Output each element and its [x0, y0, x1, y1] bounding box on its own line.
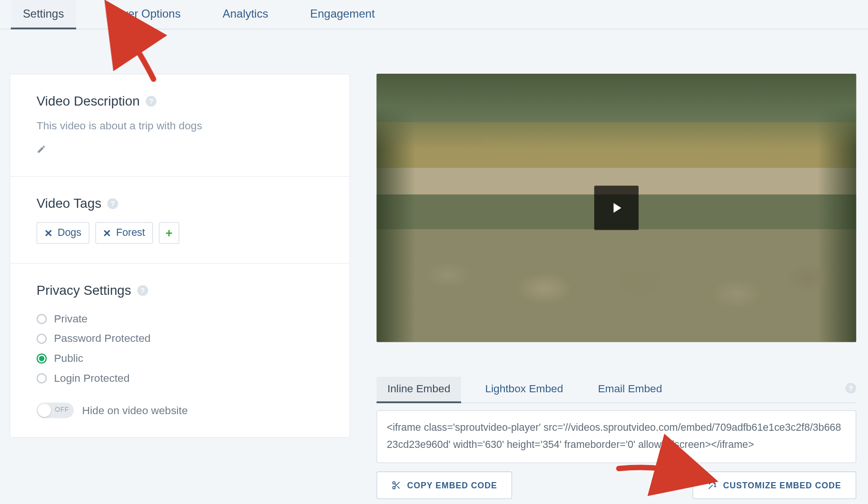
button-label: COPY EMBED CODE [407, 480, 497, 490]
preview-panel: Inline Embed Lightbox Embed Email Embed … [376, 74, 858, 499]
video-description-text: This video is about a trip with dogs [37, 120, 323, 132]
help-icon[interactable]: ? [108, 198, 118, 209]
radio-label: Public [54, 352, 83, 365]
radio-icon [37, 373, 47, 383]
radio-icon [37, 353, 47, 363]
tag-label: Forest [116, 227, 145, 239]
button-label: CUSTOMIZE EMBED CODE [723, 480, 841, 490]
embed-tab-lightbox[interactable]: Lightbox Embed [474, 377, 574, 403]
video-tags-section: Video Tags ? ✕ Dogs ✕ Forest + [10, 177, 349, 264]
hide-video-toggle[interactable]: OFF [37, 403, 74, 418]
tab-analytics[interactable]: Analytics [211, 0, 280, 29]
tag-forest[interactable]: ✕ Forest [95, 222, 153, 243]
privacy-settings-section: Privacy Settings ? Private Password Prot… [10, 263, 349, 437]
tab-player-options[interactable]: Player Options [94, 0, 192, 29]
radio-label: Login Protected [54, 372, 129, 384]
tab-settings[interactable]: Settings [11, 0, 76, 29]
magic-wand-icon [708, 480, 717, 490]
settings-panel: Video Description ? This video is about … [10, 74, 350, 438]
video-preview[interactable] [376, 74, 856, 342]
privacy-option-public[interactable]: Public [37, 349, 323, 368]
help-icon[interactable]: ? [137, 285, 148, 296]
radio-label: Password Protected [54, 332, 150, 345]
embed-tab-inline[interactable]: Inline Embed [376, 377, 461, 403]
tag-label: Dogs [58, 227, 81, 239]
radio-icon [37, 314, 47, 324]
privacy-settings-title: Privacy Settings [37, 283, 131, 299]
embed-section: Inline Embed Lightbox Embed Email Embed … [376, 377, 856, 499]
embed-tab-email[interactable]: Email Embed [587, 377, 673, 403]
edit-description-icon[interactable] [37, 145, 46, 155]
tag-dogs[interactable]: ✕ Dogs [37, 222, 89, 243]
tab-engagement[interactable]: Engagement [298, 0, 387, 29]
embed-tabs: Inline Embed Lightbox Embed Email Embed … [376, 377, 856, 403]
remove-tag-icon[interactable]: ✕ [103, 227, 111, 239]
add-tag-button[interactable]: + [159, 222, 179, 243]
video-description-section: Video Description ? This video is about … [10, 74, 349, 176]
toggle-knob [38, 404, 51, 417]
help-icon[interactable]: ? [846, 383, 857, 394]
radio-label: Private [54, 313, 88, 325]
svg-point-1 [393, 486, 395, 489]
radio-icon [37, 334, 47, 344]
privacy-option-private[interactable]: Private [37, 309, 323, 329]
play-button[interactable] [594, 186, 639, 230]
help-icon[interactable]: ? [146, 96, 157, 107]
main-tabs: Settings Player Options Analytics Engage… [0, 0, 868, 29]
video-description-title: Video Description [37, 94, 140, 109]
svg-line-3 [397, 486, 400, 488]
copy-embed-button[interactable]: COPY EMBED CODE [376, 471, 512, 499]
svg-point-0 [393, 482, 395, 484]
privacy-option-password[interactable]: Password Protected [37, 329, 323, 349]
embed-code[interactable]: <iframe class='sproutvideo-player' src='… [376, 410, 856, 463]
hide-video-label: Hide on video website [82, 404, 188, 417]
privacy-option-login[interactable]: Login Protected [37, 368, 323, 388]
video-tags-title: Video Tags [37, 196, 101, 212]
svg-line-4 [395, 484, 396, 485]
customize-embed-button[interactable]: CUSTOMIZE EMBED CODE [692, 471, 856, 499]
toggle-state-label: OFF [55, 406, 69, 413]
remove-tag-icon[interactable]: ✕ [44, 227, 53, 239]
scissors-icon [392, 480, 401, 490]
